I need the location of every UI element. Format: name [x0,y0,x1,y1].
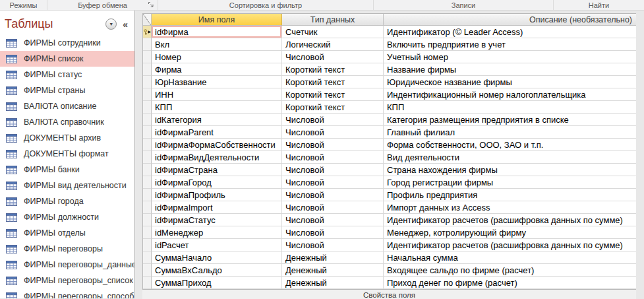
table-row[interactable]: ▶ idКатегория Числовой Категория размеще… [143,114,636,126]
shutter-bar-collapse-icon[interactable]: « [123,20,128,29]
table-row[interactable]: ▶ СуммаНачало Денежный Начальная сумма [143,251,636,264]
field-type-cell[interactable]: Денежный [282,264,384,277]
row-selector[interactable]: ▶ [143,277,152,289]
row-selector[interactable]: ▶ [143,139,152,151]
table-row[interactable]: ▶ ЮрНазвание Короткий текст Юридическое … [143,76,636,88]
table-row[interactable]: ▶ idФирмаФормаСобственности Числовой Фор… [143,139,636,151]
sidebar-item-table[interactable]: ДОКУМЕНТЫ архив [0,130,134,146]
sidebar-item-table[interactable]: ФИРМЫ переговоры_данные [0,257,134,273]
table-row[interactable]: ▶ idФирма Счетчик Идентификатор (© Leade… [143,26,636,38]
table-row[interactable]: ▶ Номер Числовой Учетный номер [143,51,636,63]
field-description-cell[interactable]: Входящее сальдо по фирме (расчет) [384,264,636,277]
field-type-cell[interactable]: Числовой [282,151,384,164]
field-name-cell[interactable]: idФирмаВидДеятельности [152,151,282,164]
sidebar-item-table[interactable]: ВАЛЮТА описание [0,98,134,114]
row-selector[interactable]: ▶ [143,226,152,239]
field-description-cell[interactable]: Приход денег по фирме (расчет) [384,277,636,289]
row-selector[interactable]: ▶ [143,176,152,189]
sidebar-item-table[interactable]: ФИРМЫ банки [0,162,134,178]
field-type-cell[interactable]: Короткий текст [282,88,384,101]
field-description-cell[interactable]: Менеджер, котролирующий фирму [384,226,636,239]
table-row[interactable]: ▶ idМенеджер Числовой Менеджер, котролир… [143,226,636,239]
field-description-cell[interactable]: Импорт данных из Access [384,201,636,214]
table-row[interactable]: ▶ idФирмаImport Числовой Импорт данных и… [143,201,636,214]
sidebar-item-table[interactable]: ФИРМЫ сотрудники [0,35,134,51]
field-name-cell[interactable]: ЮрНазвание [152,76,282,88]
field-name-cell[interactable]: idРасчет [152,239,282,251]
field-type-cell[interactable]: Числовой [282,226,384,239]
field-type-cell[interactable]: Числовой [282,114,384,126]
field-description-cell[interactable]: Профиль предприятия [384,189,636,201]
sidebar-item-table[interactable]: ФИРМЫ должности [0,209,134,225]
dialog-launcher-icon[interactable] [148,1,155,9]
field-type-cell[interactable]: Счетчик [282,26,384,38]
row-selector[interactable]: ▶ [143,63,152,76]
table-row[interactable]: ▶ ИНН Короткий текст Индентификационный … [143,88,636,101]
field-type-cell[interactable]: Числовой [282,139,384,151]
field-type-cell[interactable]: Денежный [282,277,384,289]
row-selector[interactable]: ▶ [143,76,152,88]
sidebar-item-table[interactable]: ФИРМЫ переговоры_список [0,273,134,288]
field-description-cell[interactable]: Индентификационный номер налогоплательщи… [384,88,636,101]
sidebar-item-table[interactable]: ДОКУМЕНТЫ формат [0,146,134,162]
row-selector[interactable]: ▶ [143,51,152,63]
field-description-cell[interactable]: Категория размещения предприятия в списк… [384,114,636,126]
field-description-cell[interactable]: Форма собственности, ООО, ЗАО и т.п. [384,139,636,151]
field-name-cell[interactable]: idФирмаФормаСобственности [152,139,282,151]
row-selector[interactable]: ▶ [143,114,152,126]
sidebar-item-table[interactable]: ФИРМЫ статус [0,67,134,83]
column-header-data-type[interactable]: Тип данных [282,14,384,26]
field-description-cell[interactable]: Включить предприятие в учет [384,38,636,51]
table-row[interactable]: ▶ idФирмаParent Числовой Главный филиал [143,126,636,139]
field-name-cell[interactable]: СуммаНачало [152,251,282,264]
field-name-cell[interactable]: idФирмаГород [152,176,282,189]
sidebar-item-table[interactable]: ФИРМЫ переговоры_способ [0,288,134,298]
field-description-cell[interactable]: Учетный номер [384,51,636,63]
table-row[interactable]: ▶ СуммаПриход Денежный Приход денег по ф… [143,277,636,289]
row-selector[interactable]: ▶ [143,239,152,251]
sidebar-item-table[interactable]: ФИРМЫ вид деятельности [0,178,134,193]
field-description-cell[interactable]: Страна нахождения фирмы [384,164,636,176]
field-description-cell[interactable]: Город регистрации фирмы [384,176,636,189]
table-row[interactable]: ▶ idФирмаПрофиль Числовой Профиль предпр… [143,189,636,201]
field-type-cell[interactable]: Короткий текст [282,63,384,76]
table-row[interactable]: ▶ Вкл Логический Включить предприятие в … [143,38,636,51]
column-header-field-name[interactable]: Имя поля [152,14,282,26]
table-row[interactable]: ▶ idФирмаСтатус Числовой Идентификатор р… [143,214,636,226]
field-type-cell[interactable]: Числовой [282,176,384,189]
row-selector[interactable]: ▶ [143,189,152,201]
field-name-cell[interactable]: Номер [152,51,282,63]
field-description-cell[interactable]: Идентификатор расчетов (расшифровка данн… [384,239,636,251]
row-selector[interactable]: ▶ [143,264,152,277]
field-type-cell[interactable]: Числовой [282,51,384,63]
field-name-cell[interactable]: idФирмаПрофиль [152,189,282,201]
row-selector[interactable]: ▶ [143,126,152,139]
sidebar-item-table[interactable]: ВАЛЮТА справочник [0,114,134,130]
field-name-cell[interactable]: idФирмаСтатус [152,214,282,226]
field-type-cell[interactable]: Числовой [282,201,384,214]
field-description-cell[interactable]: Вид деятельности [384,151,636,164]
row-selector[interactable]: ▶ [143,101,152,114]
field-name-cell[interactable]: idФирма [152,26,282,38]
table-row[interactable]: ▶ КПП Короткий текст КПП [143,101,636,114]
field-description-cell[interactable]: Идентификатор (© Leader Access) [384,26,636,38]
field-name-cell[interactable]: Фирма [152,63,282,76]
row-selector[interactable]: ▶ [143,251,152,264]
field-description-cell[interactable]: Начальная сумма [384,251,636,264]
field-name-cell[interactable]: ИНН [152,88,282,101]
field-description-cell[interactable]: Идентификатор расчетов (расшифровка данн… [384,214,636,226]
field-type-cell[interactable]: Денежный [282,251,384,264]
sidebar-item-table[interactable]: ФИРМЫ города [0,193,134,209]
field-type-cell[interactable]: Короткий текст [282,101,384,114]
sidebar-item-table[interactable]: ФИРМЫ список [0,51,134,67]
row-selector[interactable]: ▶ [143,88,152,101]
sidebar-item-table[interactable]: ФИРМЫ отделы [0,225,134,241]
sidebar-item-table[interactable]: ФИРМЫ переговоры [0,241,134,257]
field-description-cell[interactable]: Юридическое название фирмы [384,76,636,88]
field-type-cell[interactable]: Логический [282,38,384,51]
field-type-cell[interactable]: Числовой [282,239,384,251]
field-name-cell[interactable]: idМенеджер [152,226,282,239]
row-selector[interactable]: ▶ [143,214,152,226]
sidebar-item-table[interactable]: ФИРМЫ страны [0,83,134,98]
row-selector[interactable]: ▶ [143,164,152,176]
